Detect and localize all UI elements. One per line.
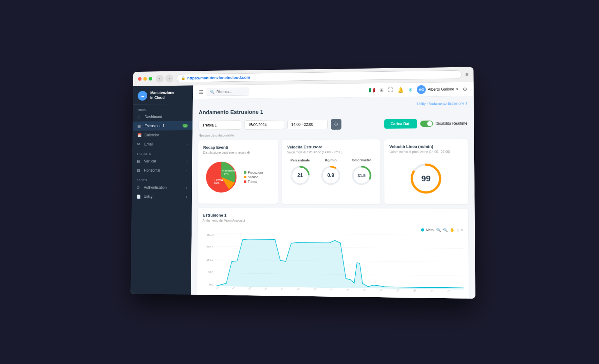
browser-window: ‹ › 🔒 https://manutenzioneincloud.com ≡ … [130,67,475,299]
recap-subtitle: Distribuzione degli eventi registrati [203,151,273,155]
menu-icon[interactable]: ≡ [461,228,463,232]
big-gauge-container: 99 [389,158,463,199]
gauge-percentuale-circle: 21 [289,165,311,186]
gauges-row: Percentuale 21 Kg/min [287,158,375,188]
sidebar-item-dashboard[interactable]: ⊞ Dashboard [133,112,192,122]
search-input[interactable] [217,89,246,94]
forward-button[interactable]: › [165,74,173,83]
gauge-colorimetro-circle: 31.5 [351,165,373,187]
gauge-colorimetro: Colorimetro 31.5 [351,158,373,188]
velocita-subtitle: Valori medi di estrusione (14:00 - 22:00… [287,150,375,154]
pages-section-label: PAGES [132,175,192,183]
chart-area: 360.0 270.0 180.0 90.0 0.0 [202,233,464,299]
email-chevron: › [187,142,187,146]
y-label-3: 180.0 [202,258,213,261]
time-select[interactable]: 14:00 - 22:00 [287,120,328,129]
main-content: Utility › Andamento Estrusione 1 Andamen… [191,96,475,299]
pie-chart: Ferma 56% Produzione 34% [203,159,240,196]
snowflake-icon[interactable]: ✳ [408,87,412,93]
user-chevron: ▾ [456,87,458,91]
dashboard-icon: ⊞ [138,115,142,119]
chart-card: Estrusione 1 Andamento dei Valori Analog… [197,208,469,299]
flag-icon: 🇮🇹 [369,87,375,93]
velocita-estrusore-card: Velocità Estrusore Valori medi di estrus… [282,139,380,204]
auth-chevron: › [186,186,187,189]
close-button[interactable] [138,77,142,81]
svg-marker-18 [216,239,464,290]
vertical-icon: ▤ [137,159,142,164]
sidebar-item-label: Dashboard [145,115,162,119]
y-label-5: 0.0 [202,283,213,286]
chart-section-title: Estrusione 1 [203,213,463,219]
auth-icon: ⊙ [137,185,142,190]
brand-name: Manutenzionein Cloud [150,91,174,100]
legend-scarico: Scarico [244,175,264,179]
sidebar-item-label: Estrusione 1 [144,124,164,128]
y-label-4: 90.0 [202,271,213,274]
sidebar-item-horizontal[interactable]: ▤ Horizontal › [132,166,192,175]
trefola-input[interactable] [198,120,241,130]
breadcrumb-parent: Utility [417,102,426,105]
nav-buttons: ‹ › [156,74,173,83]
big-gauge: 99 [408,161,444,196]
date-input[interactable] [244,120,284,130]
chart-legend-dot [421,228,424,232]
carica-dati-button[interactable]: Carica Dati [384,119,417,129]
realtime-toggle[interactable] [420,121,433,127]
sidebar-item-vertical[interactable]: ▤ Vertical › [132,156,192,166]
apps-icon[interactable]: ⊞ [379,87,383,93]
breadcrumb-current: Andamento Estrusione 1 [429,101,467,105]
minimize-button[interactable] [143,77,147,81]
clock-button[interactable]: ⏱ [331,119,341,130]
legend-produzione: Produzione [244,171,264,174]
search-bar[interactable]: 🔍 [207,88,250,96]
sidebar: ☁ Manutenzionein Cloud MENU ⊞ Dashboard … [130,85,193,295]
zoom-out-icon[interactable]: 🔍 [443,228,448,232]
traffic-lights [138,77,152,80]
y-label-2: 270.0 [202,246,213,249]
filter-bar: 14:00 - 22:00 ⏱ Carica Dati Disabilita R… [198,118,467,131]
pan-icon[interactable]: ✋ [450,228,455,232]
zoom-in-icon[interactable]: 🔍 [436,228,441,232]
big-gauge-value: 99 [421,174,431,183]
url-text: https://manutenzioneincloud.com [187,75,250,80]
settings-icon[interactable]: ⚙ [463,86,467,92]
sidebar-item-utility[interactable]: 📄 Utility › [132,192,192,201]
user-info[interactable]: AG Alberto Gallone ▾ [417,85,458,94]
chart-title: Andamento dei Valori Analogici [202,219,463,223]
topbar-right: 🇮🇹 ⊞ ⛶ 🔔 ✳ AG Alberto Gallone ▾ ⚙ [369,85,467,95]
svg-text:Ferma: Ferma [215,178,223,181]
address-bar[interactable]: 🔒 https://manutenzioneincloud.com [177,70,461,83]
cards-row: Recap Eventi Distribuzione degli eventi … [198,139,468,204]
gauge-percentuale: Percentuale 21 [289,158,311,188]
scarico-label: Scarico [248,175,258,179]
y-axis-labels: 360.0 270.0 180.0 90.0 0.0 [202,233,215,286]
browser-menu-icon[interactable]: ≡ [465,72,468,77]
svg-line-13 [216,233,463,235]
menu-section-label: MENU [133,104,193,113]
gauge-kgmin-circle: 0.9 [320,165,342,186]
chart-svg-container [216,233,464,290]
gauge-percentuale-value: 21 [297,173,303,178]
sidebar-item-email[interactable]: ✉ Email › [132,139,192,149]
sidebar-item-label: Utility [144,194,152,199]
produzione-dot [244,171,246,174]
bell-icon[interactable]: 🔔 [397,87,404,93]
back-button[interactable]: ‹ [156,74,163,83]
sidebar-item-label: Calendar [144,133,159,137]
menu-toggle-icon[interactable]: ☰ [199,89,203,95]
svg-text:56%: 56% [214,181,220,184]
no-data-message: Nessun dato disponibile [198,132,467,137]
brand-logo: ☁ [138,91,147,101]
sidebar-item-estrusione1[interactable]: ▤ Estrusione 1 1 [133,121,192,131]
fullscreen-icon[interactable]: ⛶ [388,87,393,93]
layouts-section-label: LAYOUTS [132,149,192,157]
fullscreen-button[interactable] [149,77,152,80]
sidebar-brand: ☁ Manutenzionein Cloud [133,85,193,104]
velocita-linea-card: Velocità Linea (m/min) Valore medio di p… [384,139,468,204]
sidebar-item-calendar[interactable]: 📅 Calendar [133,130,193,140]
gauge-kgmin-label: Kg/min [320,158,342,162]
home-icon[interactable]: ⌂ [456,228,459,232]
gauge-kgmin-value: 0.9 [327,173,334,178]
sidebar-item-authentication[interactable]: ⊙ Authentication › [132,183,192,192]
